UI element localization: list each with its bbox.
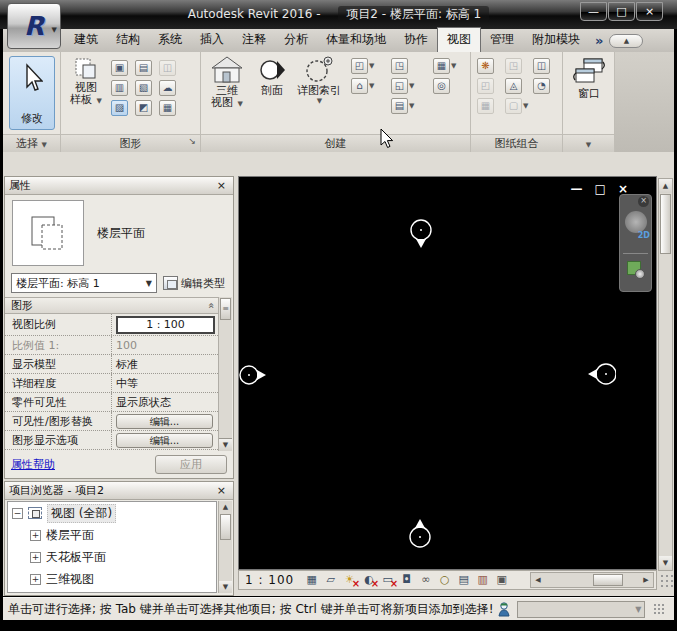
chevron-down-icon[interactable]: ▼ [451,62,456,70]
tree-item-ceiling-plans[interactable]: + 天花板平面 [8,546,216,568]
close-button[interactable]: × [636,2,663,21]
detail-level-icon[interactable]: ▦ [304,573,319,588]
worksets-dropdown[interactable]: ▼ [517,601,645,618]
tab-addins[interactable]: 附加模块 [523,28,589,52]
switch-windows-button[interactable]: 窗口 [568,56,610,100]
tab-collaborate[interactable]: 协作 [395,28,437,52]
tab-insert[interactable]: 插入 [191,28,233,52]
scroll-down-icon[interactable]: ▼ [219,581,232,593]
properties-scrollbar[interactable]: ≡ ▼ [218,297,232,451]
panel-label-select[interactable]: 选择 ▼ [3,134,60,152]
application-menu-button[interactable]: R ▼ [7,3,61,49]
scrollbar-thumb[interactable] [660,194,671,254]
guide-grid-icon[interactable]: ▦ [477,98,494,114]
remove-hidden-lines-icon[interactable]: ▧ [135,80,152,96]
elevation-marker-east[interactable] [586,360,616,388]
tree-item-3d-views[interactable]: + 三维视图 [8,568,216,590]
view-template-button[interactable]: 视图 样板 ▼ [65,56,107,107]
title-block-icon[interactable]: ◰ [477,78,494,94]
apply-button[interactable]: 应用 [155,455,227,474]
cut-profile-icon[interactable]: ◩ [135,100,152,116]
revisions-icon[interactable]: ◬ [505,78,522,94]
tab-massing-site[interactable]: 体量和场地 [317,28,395,52]
viewport-icon[interactable]: ▢ [505,98,522,114]
close-icon[interactable]: × [214,178,229,194]
canvas-vertical-scrollbar[interactable]: ▲ ▼ [658,178,673,571]
graphic-display-edit-button[interactable]: 编辑... [116,433,213,448]
new-sheet-icon[interactable]: ❋ [477,58,494,74]
filter-icon[interactable]: ▤ [135,60,152,76]
detail-level-value[interactable]: 中等 [112,374,220,392]
minimize-button[interactable]: — [580,2,607,21]
drafting-view-icon[interactable]: ◳ [391,58,408,74]
temporary-hide-isolate-icon[interactable]: ∞ [418,573,433,588]
3d-view-button[interactable]: 三维 视图 ▼ [205,55,249,110]
vg-edit-button[interactable]: 编辑... [116,414,213,429]
scrollbar-thumb[interactable] [220,514,231,540]
chevron-down-icon[interactable]: ▼ [409,102,414,110]
scrollbar-thumb[interactable] [593,574,623,586]
parts-visibility-value[interactable]: 显示原状态 [112,393,220,411]
visibility-graphics-icon[interactable]: ▣ [111,60,128,76]
duplicate-view-icon[interactable]: ◱ [391,78,408,94]
modify-button[interactable]: 修改 [9,56,55,130]
elevation-marker-west[interactable] [239,361,269,389]
render-gallery-icon[interactable]: ▦ [159,100,176,116]
tab-architecture[interactable]: 建筑 [65,28,107,52]
collapse-expander-icon[interactable]: − [12,508,23,519]
elevation-marker-south[interactable] [406,513,434,549]
section-graphics[interactable]: 图形 « [5,298,220,314]
tab-analyze[interactable]: 分析 [275,28,317,52]
properties-help-link[interactable]: 属性帮助 [11,457,55,472]
worksets-worker-icon[interactable] [497,601,511,617]
tab-overflow-icon[interactable]: » [595,33,603,48]
expand-expander-icon[interactable]: + [30,530,41,541]
legends-icon[interactable]: ◎ [433,78,450,94]
crop-view-icon[interactable]: ▭ [380,573,395,588]
properties-header[interactable]: 属性 × [5,177,233,195]
section-button[interactable]: 剖面 [253,55,291,97]
ribbon-minimize-toggle[interactable]: ▲ [609,34,643,48]
navbar-close-icon[interactable]: × [638,196,649,207]
elevation-icon[interactable]: ⌂ [351,78,368,94]
zoom-tool-icon[interactable] [627,261,641,275]
show-crop-region-icon[interactable]: ◘ [399,573,414,588]
close-icon[interactable]: × [214,483,229,499]
edit-type-button[interactable]: 编辑类型 [163,273,225,293]
render-icon[interactable]: ◫ [159,60,176,76]
tab-structure[interactable]: 结构 [107,28,149,52]
render-in-cloud-icon[interactable]: ☁ [159,80,176,96]
place-view-icon[interactable]: ◳ [505,58,522,74]
scroll-up-icon[interactable]: ▲ [219,501,232,513]
view-scale-field[interactable]: 1 : 100 [116,316,215,334]
panel-expand-icon[interactable]: ↘ [188,133,196,150]
tab-manage[interactable]: 管理 [481,28,523,52]
tree-item-views[interactable]: − 视图 (全部) [8,502,216,524]
chevron-down-icon[interactable]: ▼ [369,82,374,90]
collapse-section-icon[interactable]: « [205,302,216,308]
thin-lines-icon[interactable]: ▨ [111,100,128,116]
reveal-hidden-elements-icon[interactable]: ○ [437,573,452,588]
display-model-value[interactable]: 标准 [112,355,220,373]
matchline-icon[interactable]: ◫ [533,58,550,74]
expand-expander-icon[interactable]: + [30,574,41,585]
view-minimize-button[interactable]: — [571,182,583,196]
callout-button[interactable]: 详图索引 ▼ [293,55,345,105]
scroll-down-icon[interactable]: ▼ [659,556,672,570]
panel-label-windows[interactable]: ▼ [563,134,614,152]
view-restore-button[interactable]: □ [595,182,606,196]
scrollbar-thumb[interactable]: ≡ [220,298,231,320]
expand-expander-icon[interactable]: + [30,552,41,563]
show-hidden-lines-icon[interactable]: ▥ [111,80,128,96]
temporary-view-properties-icon[interactable]: ▤ [456,573,471,588]
browser-scrollbar[interactable]: ▲ ▼ [218,501,232,593]
scroll-right-icon[interactable]: ▶ [639,573,653,587]
tree-item-floor-plans[interactable]: + 楼层平面 [8,524,216,546]
chevron-down-icon[interactable]: ▼ [369,62,374,70]
drawing-area[interactable]: — □ × × [238,176,657,570]
worksharing-display-icon[interactable]: ▥ [475,573,490,588]
scroll-up-icon[interactable]: ▲ [659,179,672,193]
scroll-down-icon[interactable]: ▼ [219,438,232,451]
project-browser-header[interactable]: 项目浏览器 - 项目2 × [5,482,233,500]
visual-style-icon[interactable]: ▱ [323,573,338,588]
